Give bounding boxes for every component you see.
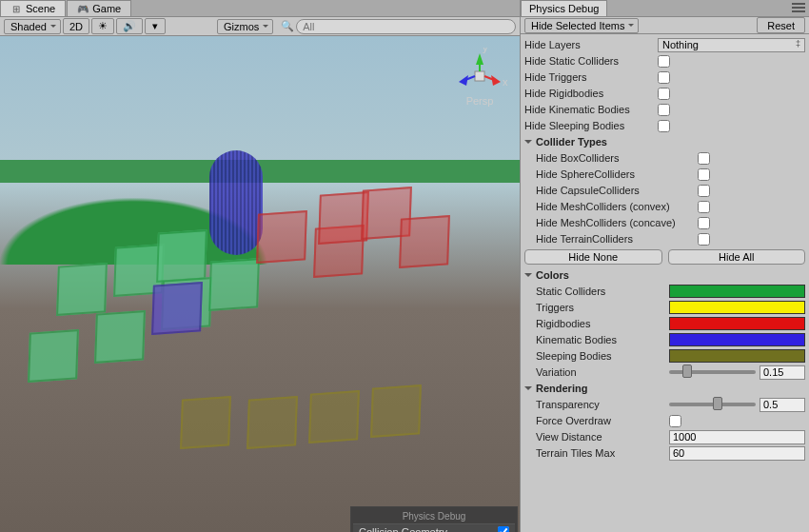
svg-text:x: x — [503, 76, 508, 88]
color-sleeping-swatch[interactable] — [669, 349, 805, 363]
gizmos-dropdown[interactable]: Gizmos — [217, 19, 273, 34]
color-kinematic-label: Kinematic Bodies — [536, 334, 669, 345]
hide-triggers-label: Hide Triggers — [524, 71, 658, 83]
variation-slider[interactable] — [669, 370, 756, 374]
svg-rect-0 — [475, 71, 484, 81]
cube-olive — [247, 396, 298, 449]
orientation-gizmo[interactable]: Persp y x — [451, 48, 508, 105]
svg-text:Persp: Persp — [466, 95, 494, 107]
svg-marker-5 — [459, 75, 468, 86]
force-overdraw-checkbox[interactable] — [669, 415, 681, 427]
hide-triggers-checkbox[interactable] — [658, 71, 670, 84]
hide-static-checkbox[interactable] — [658, 55, 670, 68]
hide-static-label: Hide Static Colliders — [524, 55, 658, 67]
transparency-input[interactable] — [760, 398, 805, 412]
hide-rigid-label: Hide Rigidbodies — [524, 88, 658, 99]
rendering-foldout[interactable]: Rendering — [524, 381, 805, 396]
tab-scene-label: Scene — [26, 3, 55, 14]
hide-box-label: Hide BoxColliders — [536, 152, 698, 164]
color-static-label: Static Colliders — [536, 286, 669, 297]
cube-red — [256, 210, 307, 264]
color-rigid-label: Rigidbodies — [536, 318, 669, 329]
color-kinematic-swatch[interactable] — [669, 333, 805, 346]
view-distance-label: View Distance — [536, 431, 669, 443]
hide-kinematic-checkbox[interactable] — [658, 104, 670, 116]
overlay-collision-geometry-checkbox[interactable] — [498, 526, 509, 532]
hide-capsule-label: Hide CapsuleColliders — [536, 185, 698, 196]
overlay-collision-geometry-label: Collision Geometry — [359, 526, 447, 532]
hide-all-button[interactable]: Hide All — [668, 249, 806, 265]
hide-mesh-convex-checkbox[interactable] — [698, 201, 710, 213]
colors-foldout[interactable]: Colors — [524, 267, 805, 283]
terrain-tiles-input[interactable] — [669, 446, 805, 461]
speaker-icon: 🔊 — [123, 20, 136, 32]
scene-viewport[interactable]: Persp y x Physics Debug Collision Geomet… — [0, 36, 520, 532]
tab-game-label: Game — [92, 3, 121, 14]
inspector-tab-bar: Physics Debug — [521, 0, 809, 17]
physics-debug-overlay: Physics Debug Collision Geometry Mouse S… — [350, 506, 518, 532]
hide-mode-dropdown[interactable]: Hide Selected Items — [524, 18, 639, 33]
game-icon: 🎮 — [77, 3, 89, 14]
color-sleeping-label: Sleeping Bodies — [536, 350, 669, 362]
cube-olive — [308, 390, 360, 443]
svg-marker-3 — [491, 75, 501, 86]
hide-none-button[interactable]: Hide None — [524, 249, 662, 265]
shading-dropdown[interactable]: Shaded — [4, 19, 61, 34]
scene-search-input[interactable] — [296, 19, 516, 34]
transparency-label: Transparency — [536, 399, 669, 410]
audio-toggle-button[interactable]: 🔊 — [116, 18, 143, 34]
hide-sleeping-label: Hide Sleeping Bodies — [524, 120, 658, 131]
hide-sleeping-checkbox[interactable] — [658, 120, 670, 132]
color-triggers-swatch[interactable] — [669, 301, 805, 314]
cube-green — [208, 258, 260, 311]
panel-menu-button[interactable] — [792, 3, 805, 12]
tab-physics-debug[interactable]: Physics Debug — [521, 0, 607, 16]
search-icon: 🔍 — [281, 20, 294, 32]
color-rigid-swatch[interactable] — [669, 317, 805, 330]
transparency-slider[interactable] — [669, 403, 756, 406]
cube-green — [56, 263, 108, 316]
fx-toggle-button[interactable]: ▾ — [145, 18, 166, 34]
color-static-swatch[interactable] — [669, 285, 805, 298]
panel-toolbar: Hide Selected Items Reset — [521, 17, 809, 34]
cube-green — [156, 229, 207, 283]
terrain-tiles-label: Terrain Tiles Max — [536, 447, 669, 459]
variation-label: Variation — [536, 366, 669, 378]
hide-terrain-label: Hide TerrainColliders — [536, 233, 698, 245]
mode-2d-button[interactable]: 2D — [63, 18, 89, 34]
scene-search: 🔍 — [281, 19, 516, 34]
cube-purple — [151, 282, 203, 335]
hide-capsule-checkbox[interactable] — [698, 185, 710, 197]
color-triggers-label: Triggers — [536, 302, 669, 313]
sun-icon: ☀ — [98, 20, 108, 32]
tab-game[interactable]: 🎮 Game — [67, 0, 131, 16]
hide-mesh-concave-checkbox[interactable] — [698, 217, 710, 229]
hide-rigid-checkbox[interactable] — [658, 88, 670, 100]
panel-body: Hide Layers Nothing Hide Static Collider… — [521, 34, 809, 532]
hide-kinematic-label: Hide Kinematic Bodies — [524, 104, 658, 115]
cube-olive — [370, 384, 422, 438]
hide-sphere-label: Hide SphereColliders — [536, 168, 698, 180]
overlay-title: Physics Debug — [353, 509, 515, 523]
tab-scene[interactable]: ⊞ Scene — [0, 0, 66, 16]
reset-button[interactable]: Reset — [757, 17, 805, 33]
scene-tab-bar: ⊞ Scene 🎮 Game — [0, 0, 520, 17]
lighting-toggle-button[interactable]: ☀ — [91, 18, 114, 34]
hide-mesh-convex-label: Hide MeshColliders (convex) — [536, 201, 698, 212]
hide-box-checkbox[interactable] — [698, 152, 710, 165]
cube-red — [399, 215, 450, 268]
hide-mesh-concave-label: Hide MeshColliders (concave) — [536, 217, 698, 228]
collider-types-foldout[interactable]: Collider Types — [524, 134, 805, 149]
hide-terrain-checkbox[interactable] — [698, 233, 710, 246]
cube-green — [28, 329, 79, 383]
hide-layers-label: Hide Layers — [524, 39, 658, 50]
cube-olive — [180, 396, 231, 449]
scene-toolbar: Shaded 2D ☀ 🔊 ▾ Gizmos 🔍 — [0, 17, 520, 36]
force-overdraw-label: Force Overdraw — [536, 415, 669, 426]
hide-layers-select[interactable]: Nothing — [658, 38, 805, 52]
view-distance-input[interactable] — [669, 430, 805, 444]
hide-sphere-checkbox[interactable] — [698, 168, 710, 181]
svg-marker-1 — [476, 53, 483, 65]
variation-input[interactable] — [760, 365, 805, 380]
image-icon: ▾ — [152, 20, 158, 32]
